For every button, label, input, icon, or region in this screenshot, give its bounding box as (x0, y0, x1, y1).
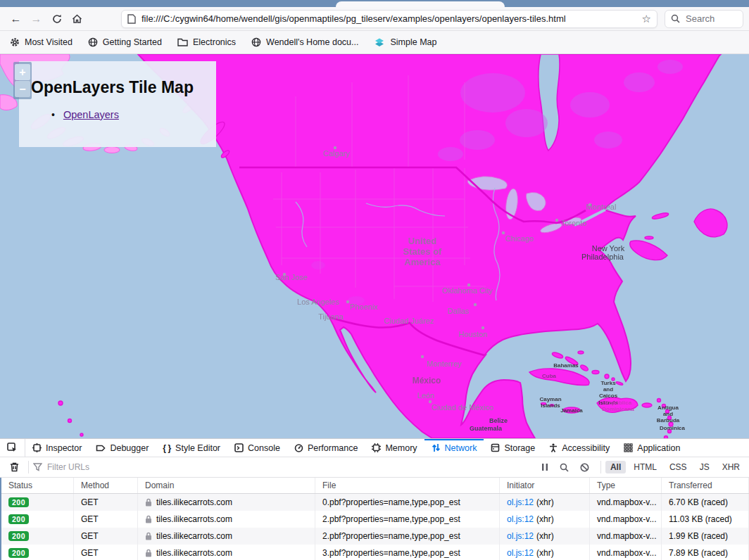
tab-label: Console (248, 443, 280, 453)
bookmark-simple-map[interactable]: Simple Map (374, 37, 436, 47)
type-cell: vnd.mapbox-v... (590, 528, 662, 545)
back-icon[interactable]: ← (6, 10, 26, 28)
pause-icon[interactable] (541, 463, 548, 471)
tab-debugger[interactable]: Debugger (89, 439, 156, 457)
tab-label: Inspector (46, 443, 82, 453)
bookmark-most-visited[interactable]: Most Visited (10, 37, 73, 47)
status-badge: 200 (8, 548, 29, 558)
type-cell: vnd.mapbox-v... (590, 511, 662, 528)
devtools-tabbar: Inspector Debugger { } Style Editor Cons… (0, 438, 749, 457)
tab-label: Memory (385, 443, 417, 453)
request-type-filters: All HTML CSS JS XHR (605, 461, 745, 473)
table-row[interactable]: 200 GET tiles.ilikecarrots.com 2.pbf?pro… (1, 511, 749, 528)
storage-icon (491, 443, 500, 452)
funnel-icon (33, 463, 42, 471)
search-icon[interactable] (560, 463, 569, 472)
column-header-type[interactable]: Type (590, 478, 662, 493)
divider (600, 461, 601, 473)
initiator-link[interactable]: ol.js:12 (507, 548, 534, 558)
block-icon[interactable] (580, 463, 589, 472)
tab-console[interactable]: Console (227, 439, 287, 457)
divider (28, 461, 29, 473)
filter-css-button[interactable]: CSS (665, 461, 692, 473)
tab-network[interactable]: Network (424, 439, 484, 457)
tab-accessibility[interactable]: Accessibility (542, 439, 617, 457)
tab-application[interactable]: Application (617, 439, 687, 457)
column-header-method[interactable]: Method (74, 478, 138, 493)
filter-urls-input[interactable]: Filter URLs (33, 462, 541, 472)
transferred-cell: 6.70 KB (raced) (662, 494, 749, 511)
lock-icon (145, 532, 152, 540)
bookmark-label: Wendell's Home docu... (266, 37, 358, 47)
map-zoom-control: + − (13, 62, 32, 99)
openlayers-link[interactable]: OpenLayers (63, 109, 119, 120)
tab-label: Debugger (110, 443, 149, 453)
inspector-icon (32, 443, 42, 452)
zoom-out-button[interactable]: − (15, 81, 30, 97)
bullet: • (51, 109, 55, 120)
map-overlay-panel: OpenLayers Tile Map • OpenLayers (19, 61, 216, 147)
folder-icon (177, 38, 188, 47)
file-cell: 3.pbf?properties=name,type,pop_est (315, 545, 500, 560)
zoom-in-button[interactable]: + (15, 64, 30, 80)
app-grid-icon (624, 443, 633, 452)
bookmark-label: Most Visited (25, 37, 73, 47)
forward-icon[interactable]: → (26, 10, 46, 28)
devtools-filter-row: Filter URLs All HTML CSS JS XHR (0, 457, 749, 478)
tab-label: Performance (308, 443, 358, 453)
url-bar[interactable]: file:///C:/cygwin64/home/wendell/gis/ope… (121, 10, 657, 28)
initiator-cause: (xhr) (536, 548, 554, 558)
domain-cell: tiles.ilikecarrots.com (156, 514, 232, 524)
initiator-cause: (xhr) (536, 514, 554, 524)
column-header-file[interactable]: File (315, 478, 500, 493)
status-badge: 200 (8, 514, 29, 524)
transferred-cell: 7.89 KB (raced) (662, 545, 749, 560)
bookmark-label: Simple Map (390, 37, 436, 47)
console-icon (234, 443, 244, 452)
filter-placeholder: Filter URLs (47, 462, 89, 472)
clear-requests-button[interactable] (4, 462, 24, 472)
file-cell: 2.pbf?properties=name,type,pop_est (315, 511, 500, 528)
bookmark-wendells-home[interactable]: Wendell's Home docu... (251, 37, 358, 47)
column-header-domain[interactable]: Domain (138, 478, 315, 493)
performance-icon (294, 443, 303, 452)
method-cell: GET (74, 545, 138, 560)
globe-icon (251, 37, 261, 47)
home-icon[interactable] (67, 10, 87, 28)
filter-all-button[interactable]: All (605, 461, 626, 473)
column-header-status[interactable]: Status (1, 478, 74, 493)
table-header-row: Status Method Domain File Initiator Type… (1, 478, 749, 494)
debugger-icon (96, 444, 106, 452)
gear-icon (10, 37, 20, 47)
tab-performance[interactable]: Performance (287, 439, 365, 457)
tab-memory[interactable]: Memory (365, 439, 424, 457)
tab-storage[interactable]: Storage (484, 439, 542, 457)
tab-style-editor[interactable]: { } Style Editor (156, 439, 227, 457)
reload-icon[interactable] (46, 10, 67, 28)
column-header-transferred[interactable]: Transferred (662, 478, 749, 493)
transferred-cell: 1.99 KB (raced) (662, 528, 749, 545)
table-row[interactable]: 200 GET tiles.ilikecarrots.com 3.pbf?pro… (1, 545, 749, 560)
initiator-link[interactable]: ol.js:12 (507, 531, 534, 541)
table-row[interactable]: 200 GET tiles.ilikecarrots.com 2.pbf?pro… (1, 528, 749, 545)
filter-js-button[interactable]: JS (695, 461, 715, 473)
pick-element-button[interactable] (0, 439, 25, 457)
filter-xhr-button[interactable]: XHR (717, 461, 745, 473)
map-viewport[interactable]: Calgary Montréal Toronto Chicago New Yor… (0, 54, 749, 438)
file-cell: 2.pbf?properties=name,type,pop_est (315, 528, 500, 545)
bookmark-getting-started[interactable]: Getting Started (88, 37, 162, 47)
status-badge: 200 (8, 497, 29, 507)
bookmark-star-icon[interactable]: ☆ (642, 13, 651, 25)
search-box[interactable]: Search (665, 10, 743, 28)
page-icon (127, 14, 136, 24)
table-row[interactable]: 200 GET tiles.ilikecarrots.com 0.pbf?pro… (1, 494, 749, 511)
lock-icon (145, 549, 152, 557)
initiator-link[interactable]: ol.js:12 (507, 497, 534, 507)
column-header-initiator[interactable]: Initiator (500, 478, 590, 493)
bookmark-electronics[interactable]: Electronics (177, 37, 236, 47)
initiator-link[interactable]: ol.js:12 (507, 514, 534, 524)
initiator-cause: (xhr) (536, 497, 554, 507)
browser-tab[interactable] (336, 1, 505, 7)
tab-inspector[interactable]: Inspector (25, 439, 89, 457)
filter-html-button[interactable]: HTML (629, 461, 662, 473)
